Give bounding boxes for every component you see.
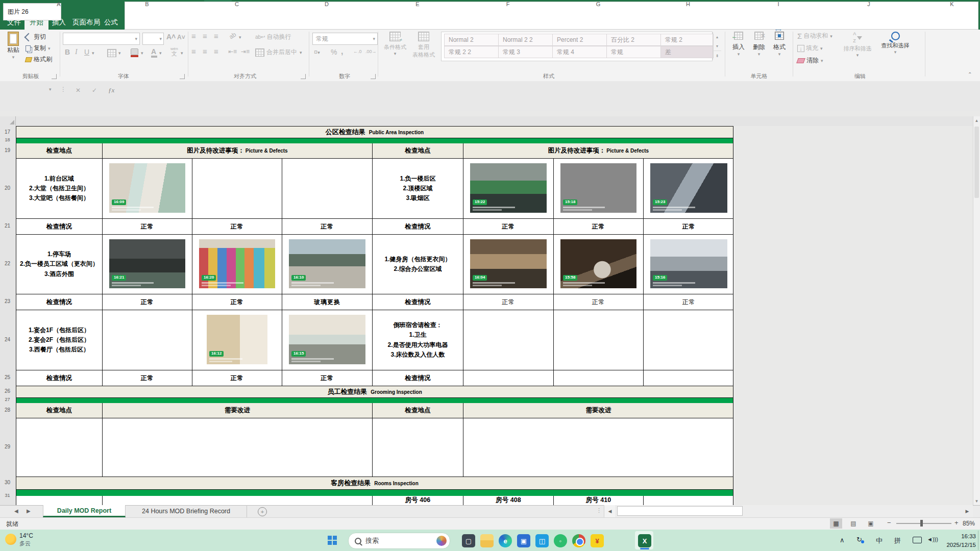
row-header-18[interactable]: 18: [0, 137, 15, 142]
sheet-tab-24-hours-briefing[interactable]: 24 Hours MOD Briefing Record: [126, 505, 247, 517]
row-header-23[interactable]: 23: [0, 298, 15, 304]
row-header-31[interactable]: 31: [0, 493, 15, 498]
style-bad[interactable]: 差: [660, 46, 714, 58]
cell-g22[interactable]: 15:58: [554, 235, 644, 294]
wrap-text-button[interactable]: ab↩ 自动换行: [255, 33, 291, 41]
row-header-25[interactable]: 25: [0, 374, 15, 380]
start-button[interactable]: [328, 536, 337, 545]
zoom-slider-track[interactable]: [896, 523, 951, 524]
cell-room-410[interactable]: 房号 410: [554, 496, 644, 505]
cell-f28[interactable]: 需要改进: [463, 403, 733, 418]
align-top-icon[interactable]: ≡: [191, 32, 196, 40]
borders-menu-arrow[interactable]: ▾: [118, 51, 121, 56]
cell-h24[interactable]: [644, 310, 734, 370]
comma-style-icon[interactable]: ,: [341, 47, 343, 56]
orientation-menu-arrow[interactable]: ▾: [239, 35, 241, 40]
section-title-grooming[interactable]: 员工检查结果 Grooming Inspection: [16, 386, 733, 398]
page-layout-view-icon[interactable]: ▤: [847, 518, 860, 529]
cell-g20[interactable]: 15:18: [554, 159, 644, 218]
row-header-29[interactable]: 29: [0, 444, 15, 449]
cell-f22[interactable]: 16:04: [463, 235, 554, 294]
task-view-icon[interactable]: ▢: [462, 534, 475, 547]
zoom-level[interactable]: 85%: [963, 520, 975, 527]
cell-picture-header[interactable]: 图片及待改进事项：Picture & Defects: [463, 143, 733, 158]
cell-h20[interactable]: 15:23: [644, 159, 734, 218]
zoom-slider-thumb[interactable]: [920, 520, 923, 527]
cell-f29[interactable]: [463, 418, 733, 477]
cell-picture-header[interactable]: 图片及待改进事项：Picture & Defects: [103, 143, 373, 158]
decrease-indent-icon[interactable]: ⇤≡: [228, 48, 237, 55]
format-painter-button[interactable]: 格式刷: [26, 55, 52, 64]
enter-icon[interactable]: ✓: [92, 87, 97, 94]
normal-view-icon[interactable]: ▦: [830, 518, 842, 529]
align-left-icon[interactable]: ≡: [191, 47, 196, 56]
cell-h21[interactable]: 正常: [644, 219, 734, 234]
clear-button[interactable]: 清除▾: [797, 56, 823, 65]
section-title-rooms[interactable]: 客房检查结果 Rooms Inspection: [16, 477, 733, 490]
cell-b22[interactable]: 16:21: [103, 235, 192, 294]
cell-f24[interactable]: [463, 310, 554, 370]
cell-c22[interactable]: 16:20: [192, 235, 282, 294]
ime-pinyin-icon[interactable]: 拼: [894, 536, 901, 545]
insert-cells-button[interactable]: ← 插入▾: [729, 32, 748, 57]
cell-e20[interactable]: 1.负一楼后区2.顶楼区域3.吸烟区: [373, 159, 463, 218]
cell-h23[interactable]: 正常: [644, 294, 734, 310]
cell-location-header[interactable]: 检查地点: [16, 143, 103, 158]
italic-icon[interactable]: I: [75, 48, 78, 56]
sync-tray-icon[interactable]: ↻: [856, 536, 862, 543]
section-title-public-area[interactable]: 公区检查结果 Public Area Inspection: [16, 126, 733, 138]
decrease-decimal-icon[interactable]: .00→: [365, 49, 377, 54]
cell-c23[interactable]: 正常: [192, 294, 282, 310]
vertical-scroll-thumb[interactable]: [974, 127, 979, 198]
zoom-in-icon[interactable]: +: [954, 519, 959, 527]
delete-cells-button[interactable]: ✕ 删除▾: [749, 32, 769, 57]
cell-g25[interactable]: [554, 370, 644, 386]
cell-a29[interactable]: [16, 418, 103, 477]
align-middle-icon[interactable]: ≡: [203, 32, 207, 40]
scroll-up-arrow[interactable]: ▲: [973, 116, 980, 124]
blue-app-icon[interactable]: ▣: [517, 534, 530, 547]
cell-f21[interactable]: 正常: [463, 219, 554, 234]
cell-d20[interactable]: [282, 159, 373, 218]
hscroll-left-arrow[interactable]: ◀: [604, 505, 616, 517]
cell-c21[interactable]: 正常: [192, 219, 282, 234]
conditional-formatting-button[interactable]: ≠ 条件格式 ▾: [382, 32, 408, 56]
cell-h25[interactable]: [644, 370, 734, 386]
show-desktop-divider[interactable]: [978, 531, 978, 550]
cell-d25[interactable]: 正常: [282, 370, 373, 386]
file-explorer-icon[interactable]: [480, 534, 494, 547]
row-header-30[interactable]: 30: [0, 480, 15, 485]
cell-g23[interactable]: 正常: [554, 294, 644, 310]
cell-f23[interactable]: 正常: [463, 294, 554, 310]
col-header-i[interactable]: I: [761, 1, 796, 7]
increase-font-icon[interactable]: A˄: [166, 33, 176, 41]
cell-b21[interactable]: 正常: [103, 219, 192, 234]
col-header-a[interactable]: A: [41, 1, 77, 7]
cell-e25[interactable]: 检查情况: [373, 370, 463, 386]
cell-f20[interactable]: 15:22: [463, 159, 554, 218]
cell-b29[interactable]: [103, 418, 373, 477]
collapse-ribbon-icon[interactable]: ⌃: [968, 71, 972, 77]
borders-icon[interactable]: [107, 49, 116, 57]
cancel-icon[interactable]: ✕: [76, 87, 81, 94]
ime-language-icon[interactable]: 中: [876, 536, 883, 545]
weather-icon[interactable]: [5, 534, 16, 545]
cell-h31[interactable]: [644, 496, 733, 505]
row-header-17[interactable]: 17: [0, 129, 15, 135]
col-header-j[interactable]: J: [851, 1, 887, 7]
photo-corridor[interactable]: 15:18: [560, 163, 636, 213]
alignment-dialog-launcher[interactable]: [301, 74, 306, 79]
cell-d22[interactable]: 16:10: [282, 235, 373, 294]
volume-icon[interactable]: ◄))): [927, 536, 938, 542]
cell-d24[interactable]: 16:15: [282, 310, 373, 370]
cell-g24[interactable]: [554, 310, 644, 370]
clipboard-dialog-launcher[interactable]: [52, 74, 57, 79]
hscroll-right-arrow[interactable]: ▶: [962, 505, 973, 517]
cell-d21[interactable]: 正常: [282, 219, 373, 234]
cell-b31[interactable]: [103, 496, 373, 505]
photo-restaurant[interactable]: 16:15: [289, 315, 365, 364]
fill-color-icon[interactable]: [131, 48, 138, 57]
tab-formulas[interactable]: 公式: [99, 15, 123, 30]
align-right-icon[interactable]: ≡: [214, 47, 218, 56]
cell-e21[interactable]: 检查情况: [373, 219, 463, 234]
